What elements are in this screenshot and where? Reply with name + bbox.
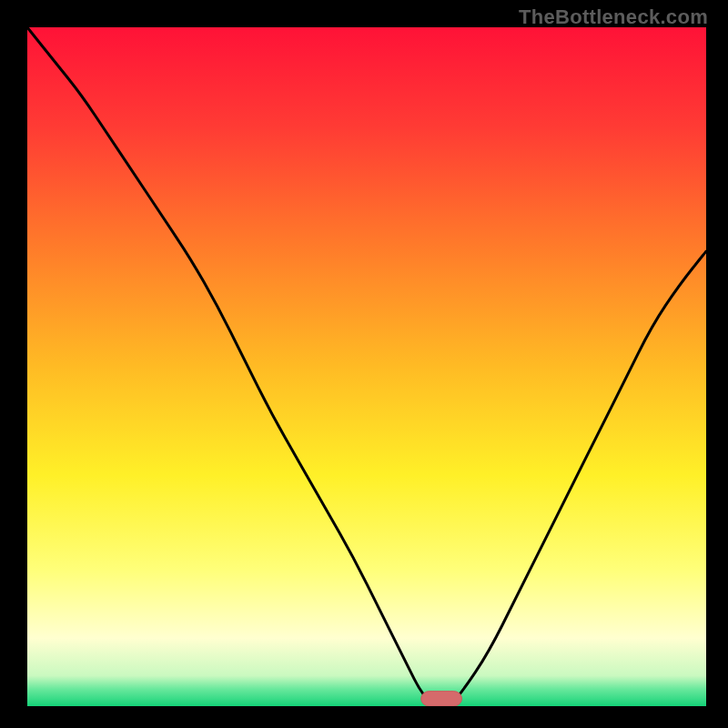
gradient-background <box>27 27 706 706</box>
optimal-marker <box>421 692 462 706</box>
watermark-text: TheBottleneck.com <box>519 5 708 29</box>
chart-root: TheBottleneck.com <box>0 0 728 728</box>
plot-area <box>27 27 706 706</box>
bottleneck-plot <box>27 27 706 706</box>
